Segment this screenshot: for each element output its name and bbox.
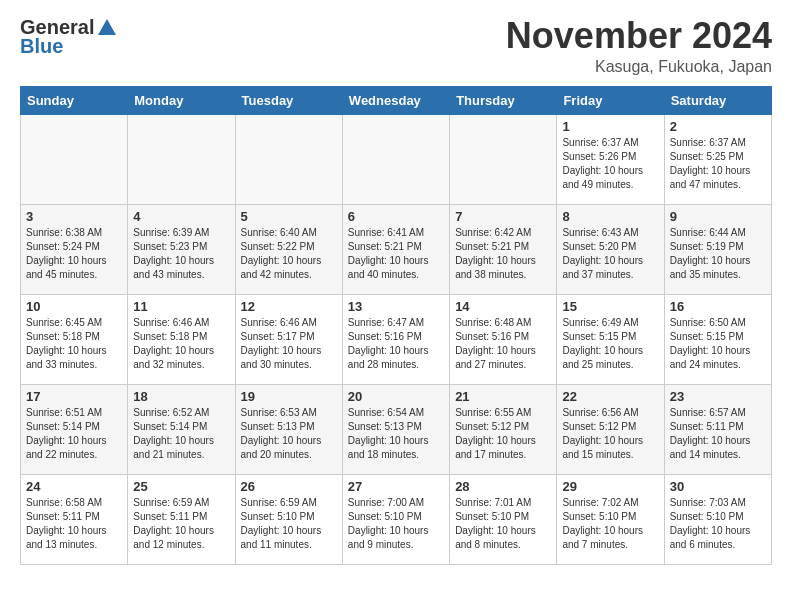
day-info: Sunrise: 6:40 AMSunset: 5:22 PMDaylight:… — [241, 226, 337, 282]
calendar-cell: 9Sunrise: 6:44 AMSunset: 5:19 PMDaylight… — [664, 204, 771, 294]
calendar-week-2: 3Sunrise: 6:38 AMSunset: 5:24 PMDaylight… — [21, 204, 772, 294]
col-saturday: Saturday — [664, 86, 771, 114]
col-tuesday: Tuesday — [235, 86, 342, 114]
day-number: 26 — [241, 479, 337, 494]
day-number: 21 — [455, 389, 551, 404]
calendar-cell — [450, 114, 557, 204]
calendar-cell: 4Sunrise: 6:39 AMSunset: 5:23 PMDaylight… — [128, 204, 235, 294]
col-sunday: Sunday — [21, 86, 128, 114]
day-number: 5 — [241, 209, 337, 224]
month-title: November 2024 — [506, 16, 772, 56]
page: General Blue November 2024 Kasuga, Fukuo… — [0, 0, 792, 581]
day-info: Sunrise: 6:52 AMSunset: 5:14 PMDaylight:… — [133, 406, 229, 462]
calendar-cell — [235, 114, 342, 204]
day-info: Sunrise: 6:45 AMSunset: 5:18 PMDaylight:… — [26, 316, 122, 372]
calendar-cell: 12Sunrise: 6:46 AMSunset: 5:17 PMDayligh… — [235, 294, 342, 384]
calendar-cell: 18Sunrise: 6:52 AMSunset: 5:14 PMDayligh… — [128, 384, 235, 474]
calendar-cell: 26Sunrise: 6:59 AMSunset: 5:10 PMDayligh… — [235, 474, 342, 564]
calendar-week-4: 17Sunrise: 6:51 AMSunset: 5:14 PMDayligh… — [21, 384, 772, 474]
calendar-cell: 6Sunrise: 6:41 AMSunset: 5:21 PMDaylight… — [342, 204, 449, 294]
day-info: Sunrise: 6:55 AMSunset: 5:12 PMDaylight:… — [455, 406, 551, 462]
day-info: Sunrise: 6:49 AMSunset: 5:15 PMDaylight:… — [562, 316, 658, 372]
day-info: Sunrise: 6:48 AMSunset: 5:16 PMDaylight:… — [455, 316, 551, 372]
day-number: 11 — [133, 299, 229, 314]
calendar-cell: 13Sunrise: 6:47 AMSunset: 5:16 PMDayligh… — [342, 294, 449, 384]
day-number: 9 — [670, 209, 766, 224]
calendar-cell: 16Sunrise: 6:50 AMSunset: 5:15 PMDayligh… — [664, 294, 771, 384]
calendar-cell: 14Sunrise: 6:48 AMSunset: 5:16 PMDayligh… — [450, 294, 557, 384]
logo: General Blue — [20, 16, 118, 58]
day-info: Sunrise: 7:01 AMSunset: 5:10 PMDaylight:… — [455, 496, 551, 552]
calendar-cell: 21Sunrise: 6:55 AMSunset: 5:12 PMDayligh… — [450, 384, 557, 474]
svg-marker-0 — [98, 19, 116, 35]
day-info: Sunrise: 6:46 AMSunset: 5:17 PMDaylight:… — [241, 316, 337, 372]
day-info: Sunrise: 7:03 AMSunset: 5:10 PMDaylight:… — [670, 496, 766, 552]
day-number: 12 — [241, 299, 337, 314]
calendar-cell: 11Sunrise: 6:46 AMSunset: 5:18 PMDayligh… — [128, 294, 235, 384]
header: General Blue November 2024 Kasuga, Fukuo… — [20, 16, 772, 76]
calendar-cell: 17Sunrise: 6:51 AMSunset: 5:14 PMDayligh… — [21, 384, 128, 474]
logo-icon — [96, 17, 118, 39]
day-number: 1 — [562, 119, 658, 134]
day-info: Sunrise: 6:44 AMSunset: 5:19 PMDaylight:… — [670, 226, 766, 282]
day-number: 10 — [26, 299, 122, 314]
day-number: 8 — [562, 209, 658, 224]
calendar-cell: 22Sunrise: 6:56 AMSunset: 5:12 PMDayligh… — [557, 384, 664, 474]
day-number: 22 — [562, 389, 658, 404]
calendar-cell: 25Sunrise: 6:59 AMSunset: 5:11 PMDayligh… — [128, 474, 235, 564]
calendar-cell — [342, 114, 449, 204]
calendar-cell: 15Sunrise: 6:49 AMSunset: 5:15 PMDayligh… — [557, 294, 664, 384]
day-info: Sunrise: 6:41 AMSunset: 5:21 PMDaylight:… — [348, 226, 444, 282]
day-info: Sunrise: 6:57 AMSunset: 5:11 PMDaylight:… — [670, 406, 766, 462]
calendar-cell: 20Sunrise: 6:54 AMSunset: 5:13 PMDayligh… — [342, 384, 449, 474]
calendar-cell: 3Sunrise: 6:38 AMSunset: 5:24 PMDaylight… — [21, 204, 128, 294]
day-number: 29 — [562, 479, 658, 494]
day-info: Sunrise: 6:37 AMSunset: 5:26 PMDaylight:… — [562, 136, 658, 192]
calendar-table: Sunday Monday Tuesday Wednesday Thursday… — [20, 86, 772, 565]
day-number: 3 — [26, 209, 122, 224]
day-number: 24 — [26, 479, 122, 494]
logo-blue: Blue — [20, 35, 63, 58]
day-info: Sunrise: 7:00 AMSunset: 5:10 PMDaylight:… — [348, 496, 444, 552]
day-info: Sunrise: 6:58 AMSunset: 5:11 PMDaylight:… — [26, 496, 122, 552]
day-number: 6 — [348, 209, 444, 224]
day-number: 2 — [670, 119, 766, 134]
day-number: 20 — [348, 389, 444, 404]
day-info: Sunrise: 6:56 AMSunset: 5:12 PMDaylight:… — [562, 406, 658, 462]
day-number: 15 — [562, 299, 658, 314]
day-info: Sunrise: 6:59 AMSunset: 5:10 PMDaylight:… — [241, 496, 337, 552]
day-info: Sunrise: 6:54 AMSunset: 5:13 PMDaylight:… — [348, 406, 444, 462]
day-info: Sunrise: 6:46 AMSunset: 5:18 PMDaylight:… — [133, 316, 229, 372]
day-info: Sunrise: 6:37 AMSunset: 5:25 PMDaylight:… — [670, 136, 766, 192]
calendar-cell: 2Sunrise: 6:37 AMSunset: 5:25 PMDaylight… — [664, 114, 771, 204]
location: Kasuga, Fukuoka, Japan — [506, 58, 772, 76]
day-info: Sunrise: 6:59 AMSunset: 5:11 PMDaylight:… — [133, 496, 229, 552]
day-info: Sunrise: 7:02 AMSunset: 5:10 PMDaylight:… — [562, 496, 658, 552]
day-number: 25 — [133, 479, 229, 494]
col-thursday: Thursday — [450, 86, 557, 114]
day-number: 28 — [455, 479, 551, 494]
day-info: Sunrise: 6:43 AMSunset: 5:20 PMDaylight:… — [562, 226, 658, 282]
day-number: 14 — [455, 299, 551, 314]
col-monday: Monday — [128, 86, 235, 114]
col-friday: Friday — [557, 86, 664, 114]
day-info: Sunrise: 6:42 AMSunset: 5:21 PMDaylight:… — [455, 226, 551, 282]
day-info: Sunrise: 6:51 AMSunset: 5:14 PMDaylight:… — [26, 406, 122, 462]
day-info: Sunrise: 6:39 AMSunset: 5:23 PMDaylight:… — [133, 226, 229, 282]
calendar-cell: 5Sunrise: 6:40 AMSunset: 5:22 PMDaylight… — [235, 204, 342, 294]
day-number: 7 — [455, 209, 551, 224]
day-number: 19 — [241, 389, 337, 404]
calendar-cell: 24Sunrise: 6:58 AMSunset: 5:11 PMDayligh… — [21, 474, 128, 564]
day-number: 23 — [670, 389, 766, 404]
day-number: 27 — [348, 479, 444, 494]
calendar-cell: 1Sunrise: 6:37 AMSunset: 5:26 PMDaylight… — [557, 114, 664, 204]
day-number: 18 — [133, 389, 229, 404]
calendar-cell — [21, 114, 128, 204]
day-number: 13 — [348, 299, 444, 314]
calendar-cell — [128, 114, 235, 204]
calendar-cell: 23Sunrise: 6:57 AMSunset: 5:11 PMDayligh… — [664, 384, 771, 474]
calendar-cell: 30Sunrise: 7:03 AMSunset: 5:10 PMDayligh… — [664, 474, 771, 564]
calendar-week-5: 24Sunrise: 6:58 AMSunset: 5:11 PMDayligh… — [21, 474, 772, 564]
calendar-header-row: Sunday Monday Tuesday Wednesday Thursday… — [21, 86, 772, 114]
calendar-cell: 19Sunrise: 6:53 AMSunset: 5:13 PMDayligh… — [235, 384, 342, 474]
